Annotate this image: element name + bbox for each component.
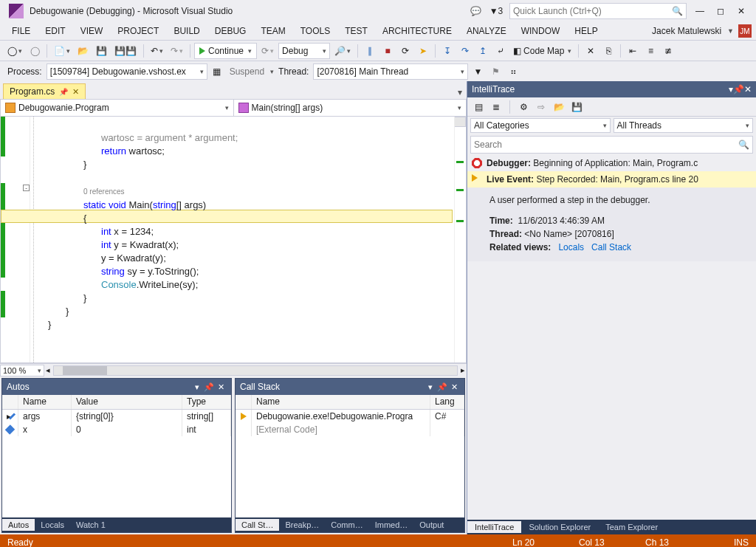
menu-tools[interactable]: TOOLS: [293, 24, 337, 38]
pin-icon[interactable]: 📌: [436, 382, 448, 392]
cycle-process-button[interactable]: ▦: [209, 63, 225, 80]
event-row[interactable]: Debugger: Beginning of Application: Main…: [467, 155, 756, 171]
show-next-statement-button[interactable]: ➤: [415, 43, 431, 59]
tab-intellitrace[interactable]: IntelliTrace: [467, 521, 521, 533]
hscrollbar[interactable]: [53, 365, 458, 376]
hscroll-thumb[interactable]: [63, 366, 107, 375]
tab-callstack[interactable]: Call St…: [236, 519, 279, 531]
menu-project[interactable]: PROJECT: [110, 24, 166, 38]
filter-threads-combo[interactable]: All Threads▾: [614, 118, 754, 133]
maximize-button[interactable]: ◻: [710, 2, 731, 20]
it-forward-icon[interactable]: ⇨: [535, 100, 548, 114]
close-tab-icon[interactable]: ✕: [72, 87, 79, 97]
intellitrace-search-input[interactable]: [474, 140, 738, 150]
codemap-button[interactable]: ◧Code Map▾: [510, 43, 574, 59]
editor-gutter[interactable]: -: [1, 117, 30, 362]
pin-icon[interactable]: 📌: [733, 84, 744, 94]
menu-team[interactable]: TEAM: [253, 24, 292, 38]
tab-watch1[interactable]: Watch 1: [70, 519, 111, 531]
new-project-button[interactable]: 📄▾: [51, 43, 73, 59]
tab-solution-explorer[interactable]: Solution Explorer: [521, 521, 598, 533]
table-row[interactable]: [External Code]: [236, 423, 464, 436]
pin-icon[interactable]: 📌: [59, 88, 68, 96]
tab-breakpoints[interactable]: Breakp…: [279, 519, 325, 531]
step-into-specific-button[interactable]: ⤶: [492, 43, 509, 59]
filter-categories-combo[interactable]: All Categories▾: [470, 118, 611, 133]
flag-button[interactable]: ⚑: [487, 63, 504, 80]
event-row[interactable]: Live Event: Step Recorded: Main, Program…: [467, 171, 756, 188]
link-callstack[interactable]: Call Stack: [591, 242, 631, 252]
search-icon[interactable]: 🔍: [738, 140, 749, 150]
menu-architecture[interactable]: ARCHITECTURE: [375, 24, 459, 38]
pause-button[interactable]: ∥: [362, 43, 378, 59]
document-tab[interactable]: Program.cs 📌 ✕: [3, 83, 86, 99]
redo-button[interactable]: ↷▾: [168, 43, 186, 59]
user-dropdown-icon[interactable]: ▼: [726, 27, 734, 35]
close-icon[interactable]: ✕: [744, 84, 752, 94]
menu-view[interactable]: VIEW: [73, 24, 111, 38]
menu-edit[interactable]: EDIT: [38, 24, 72, 38]
table-row[interactable]: x 0 int: [2, 423, 231, 436]
nav-back-button[interactable]: ◯▾: [4, 43, 25, 59]
nav-forward-button[interactable]: ◯: [27, 43, 43, 59]
misc-button-1[interactable]: ✕: [583, 43, 599, 59]
search-icon[interactable]: 🔍: [672, 6, 683, 16]
codelens[interactable]: 0 references: [30, 188, 125, 196]
uncomment-button[interactable]: ≢: [660, 43, 676, 59]
tab-autos[interactable]: Autos: [2, 519, 35, 531]
col-name[interactable]: Name: [252, 395, 430, 409]
pin-icon[interactable]: 📌: [203, 382, 215, 392]
menu-analyze[interactable]: ANALYZE: [459, 24, 514, 38]
tab-command[interactable]: Comm…: [325, 519, 368, 531]
close-button[interactable]: ✕: [731, 2, 752, 20]
misc-button-2[interactable]: ⎘: [600, 43, 616, 59]
nav-member-combo[interactable]: Main(string[] args)▾: [234, 100, 467, 116]
col-value[interactable]: Value: [72, 395, 182, 409]
it-save-icon[interactable]: 💾: [570, 100, 583, 114]
step-into-button[interactable]: ↧: [439, 43, 456, 59]
filter-button[interactable]: ▼: [470, 63, 486, 80]
zoom-combo[interactable]: 100 %▾: [0, 365, 44, 376]
it-gear-icon[interactable]: ⚙: [517, 100, 530, 114]
close-icon[interactable]: ✕: [448, 382, 460, 392]
tab-team-explorer[interactable]: Team Explorer: [598, 521, 665, 533]
col-lang[interactable]: Lang: [430, 395, 464, 409]
it-diag-icon[interactable]: ▤: [472, 100, 485, 114]
step-over-button[interactable]: ↷: [457, 43, 473, 59]
code-body[interactable]: wartosc = argument * argument; return wa…: [30, 117, 466, 362]
window-position-icon[interactable]: ▾: [425, 382, 436, 392]
restart-debug-button[interactable]: ⟳: [397, 43, 413, 59]
signed-in-user[interactable]: Jacek Matulewski: [652, 26, 721, 36]
menu-file[interactable]: FILE: [4, 24, 38, 38]
it-open-icon[interactable]: 📂: [552, 100, 566, 114]
link-locals[interactable]: Locals: [558, 242, 584, 252]
intellitrace-search[interactable]: 🔍: [470, 136, 753, 154]
step-out-button[interactable]: ↥: [475, 43, 491, 59]
quick-launch-input[interactable]: [513, 6, 672, 16]
tab-immediate[interactable]: Immed…: [369, 519, 414, 531]
config-combo[interactable]: Debug▾: [278, 43, 330, 59]
restart-button[interactable]: ⟳▾: [258, 43, 277, 59]
nav-type-combo[interactable]: Debugowanie.Program▾: [1, 100, 234, 116]
feedback-icon[interactable]: 💬: [465, 2, 486, 20]
menu-test[interactable]: TEST: [337, 24, 375, 38]
menu-build[interactable]: BUILD: [166, 24, 207, 38]
thread-combo[interactable]: [2070816] Main Thread▾: [313, 63, 468, 80]
close-icon[interactable]: ✕: [215, 382, 227, 392]
table-row[interactable]: ▸ args {string[0]} string[]: [2, 410, 231, 423]
it-events-icon[interactable]: ≣: [489, 100, 503, 114]
outline-collapse-icon[interactable]: -: [23, 185, 30, 191]
window-position-icon[interactable]: ▾: [191, 382, 203, 392]
hscroll-right-icon[interactable]: ▸: [459, 365, 467, 375]
tab-locals[interactable]: Locals: [35, 519, 70, 531]
col-type[interactable]: Type: [182, 395, 231, 409]
stop-button[interactable]: ■: [379, 43, 396, 59]
open-button[interactable]: 📂: [75, 43, 92, 59]
intellitrace-header[interactable]: IntelliTrace ▾ 📌 ✕: [467, 81, 756, 97]
quick-launch[interactable]: 🔍: [509, 3, 687, 19]
menu-debug[interactable]: DEBUG: [207, 24, 254, 38]
tab-output[interactable]: Output: [413, 519, 450, 531]
autos-header[interactable]: Autos ▾ 📌 ✕: [2, 379, 231, 395]
col-name[interactable]: Name: [18, 395, 72, 409]
user-avatar[interactable]: JM: [738, 24, 752, 38]
